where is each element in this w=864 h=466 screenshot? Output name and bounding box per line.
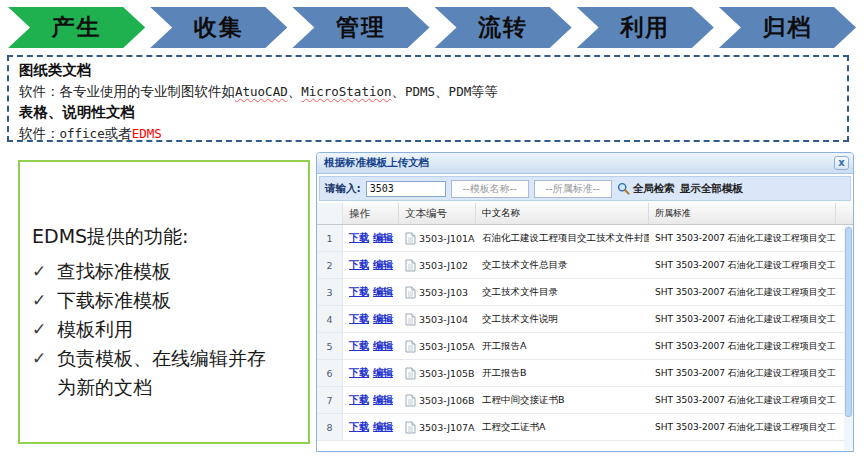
download-link[interactable]: 下载 xyxy=(349,312,369,326)
table-row: 1 下载编辑 3503-J101A 石油化工建设工程项目交工技术文件封面A SH… xyxy=(317,225,853,252)
row-number: 6 xyxy=(317,360,343,386)
doc-code: 3503-J101A xyxy=(419,233,475,244)
drawing-docs-line: 软件：各专业使用的专业制图软件如AtuoCAD、MicroStation、PDM… xyxy=(19,81,837,103)
edit-link[interactable]: 编辑 xyxy=(373,366,393,380)
row-number: 2 xyxy=(317,252,343,278)
document-icon xyxy=(405,232,416,245)
edit-link[interactable]: 编辑 xyxy=(373,312,393,326)
download-link[interactable]: 下载 xyxy=(349,393,369,407)
flow-stage-flow: 流转 xyxy=(435,7,572,48)
document-icon xyxy=(405,394,416,407)
process-flow: 产生 收集 管理 流转 利用 归档 xyxy=(8,7,856,48)
doc-code: 3503-J104 xyxy=(419,314,468,325)
download-link[interactable]: 下载 xyxy=(349,285,369,299)
row-number: 1 xyxy=(317,225,343,251)
header-standard: 所属标准 xyxy=(649,203,836,224)
row-number: 7 xyxy=(317,387,343,413)
flow-stage-label: 产生 xyxy=(52,12,102,43)
table-row: 2 下载编辑 3503-J102 交工技术文件总目录 SHT 3503-2007… xyxy=(317,252,853,279)
doc-name: 交工技术文件说明 xyxy=(476,306,649,332)
doc-code: 3503-J103 xyxy=(419,287,468,298)
doc-standard: SHT 3503-2007 石油化工建设工程项目交工… xyxy=(649,333,836,359)
flow-stage-archive: 归档 xyxy=(719,7,856,48)
download-link[interactable]: 下载 xyxy=(349,231,369,245)
download-link[interactable]: 下载 xyxy=(349,258,369,272)
table-row: 8 下载编辑 3503-J107A 工程交工证书A SHT 3503-2007 … xyxy=(317,414,853,441)
search-input-label: 请输入: xyxy=(325,182,361,196)
document-icon xyxy=(405,259,416,272)
download-link[interactable]: 下载 xyxy=(349,420,369,434)
edit-link[interactable]: 编辑 xyxy=(373,420,393,434)
check-icon: ✓ xyxy=(32,315,48,344)
table-row: 3 下载编辑 3503-J103 交工技术文件目录 SHT 3503-2007 … xyxy=(317,279,853,306)
flow-stage-label: 管理 xyxy=(336,12,386,43)
edit-link[interactable]: 编辑 xyxy=(373,393,393,407)
template-name-select[interactable]: --模板名称-- xyxy=(451,180,529,198)
edit-link[interactable]: 编辑 xyxy=(373,231,393,245)
doc-name: 石油化工建设工程项目交工技术文件封面A xyxy=(476,225,649,251)
table-row: 4 下载编辑 3503-J104 交工技术文件说明 SHT 3503-2007 … xyxy=(317,306,853,333)
flow-stage-label: 流转 xyxy=(478,12,528,43)
table-row: 7 下载编辑 3503-J106B 工程中间交接证书B SHT 3503-200… xyxy=(317,387,853,414)
doc-name: 开工报告A xyxy=(476,333,649,359)
download-link[interactable]: 下载 xyxy=(349,366,369,380)
slide: 产生 收集 管理 流转 利用 归档 图纸类文档 软件：各专业使用的专业制图软件如… xyxy=(0,0,864,466)
drawing-docs-title: 图纸类文档 xyxy=(19,60,837,81)
edit-link[interactable]: 编辑 xyxy=(373,285,393,299)
doc-standard: SHT 3503-2007 石油化工建设工程项目交工… xyxy=(649,252,836,278)
show-all-templates-button[interactable]: 显示全部模板 xyxy=(680,182,743,196)
flow-stage-use: 利用 xyxy=(577,7,714,48)
document-icon xyxy=(405,340,416,353)
edms-feature-item: ✓查找标准模板 xyxy=(32,257,298,286)
row-number: 4 xyxy=(317,306,343,332)
window-title: 根据标准模板上传文档 xyxy=(324,156,429,170)
doc-name: 开工报告B xyxy=(476,360,649,386)
row-number: 8 xyxy=(317,414,343,440)
header-cn-name: 中文名称 xyxy=(476,203,649,224)
upload-template-window: 根据标准模板上传文档 x 请输入: --模板名称-- --所属标准-- 全局检索… xyxy=(316,152,854,452)
vertical-scrollbar[interactable] xyxy=(844,225,853,451)
edit-link[interactable]: 编辑 xyxy=(373,258,393,272)
header-rownum xyxy=(317,203,343,224)
table-docs-line: 软件：office或者EDMS xyxy=(19,123,837,145)
doc-name: 交工技术文件总目录 xyxy=(476,252,649,278)
global-search-button[interactable]: 全局检索 xyxy=(617,182,675,196)
search-input[interactable] xyxy=(366,181,446,197)
download-link[interactable]: 下载 xyxy=(349,339,369,353)
doc-standard: SHT 3503-2007 石油化工建设工程项目交工… xyxy=(649,360,836,386)
edit-link[interactable]: 编辑 xyxy=(373,339,393,353)
doc-standard: SHT 3503-2007 石油化工建设工程项目交工… xyxy=(649,387,836,413)
header-operation: 操作 xyxy=(343,203,399,224)
doc-code: 3503-J105A xyxy=(419,341,475,352)
flow-stage-produce: 产生 xyxy=(8,7,145,48)
standard-select[interactable]: --所属标准-- xyxy=(534,180,612,198)
term-autocad: AtuoCAD xyxy=(235,84,288,99)
magnifier-icon xyxy=(617,182,630,195)
doc-name: 工程中间交接证书B xyxy=(476,387,649,413)
scrollbar-thumb[interactable] xyxy=(845,227,852,417)
flow-stage-label: 收集 xyxy=(194,12,244,43)
table-row: 6 下载编辑 3503-J105B 开工报告B SHT 3503-2007 石油… xyxy=(317,360,853,387)
document-icon xyxy=(405,286,416,299)
document-types-box: 图纸类文档 软件：各专业使用的专业制图软件如AtuoCAD、MicroStati… xyxy=(7,55,849,142)
row-number: 3 xyxy=(317,279,343,305)
edms-feature-item: ✓下载标准模板 xyxy=(32,286,298,315)
flow-stage-label: 归档 xyxy=(762,12,812,43)
term-pdms: PDMS xyxy=(405,84,435,99)
check-icon: ✓ xyxy=(32,344,48,402)
doc-code: 3503-J107A xyxy=(419,422,475,433)
document-icon xyxy=(405,367,416,380)
table-row: 5 下载编辑 3503-J105A 开工报告A SHT 3503-2007 石油… xyxy=(317,333,853,360)
close-icon[interactable]: x xyxy=(834,156,849,170)
edms-box-title: EDMS提供的功能: xyxy=(32,224,298,250)
templates-table: 操作 文本编号 中文名称 所属标准 1 下载编辑 3503-J101A 石油化工… xyxy=(317,203,853,441)
edms-feature-item: ✓模板利用 xyxy=(32,315,298,344)
flow-stage-label: 利用 xyxy=(620,12,670,43)
document-icon xyxy=(405,313,416,326)
doc-name: 交工技术文件目录 xyxy=(476,279,649,305)
term-microstation: MicroStation xyxy=(301,84,391,99)
table-docs-title: 表格、说明性文档 xyxy=(19,102,837,123)
doc-standard: SHT 3503-2007 石油化工建设工程项目交工… xyxy=(649,225,836,251)
doc-name: 工程交工证书A xyxy=(476,414,649,440)
doc-standard: SHT 3503-2007 石油化工建设工程项目交工… xyxy=(649,414,836,440)
